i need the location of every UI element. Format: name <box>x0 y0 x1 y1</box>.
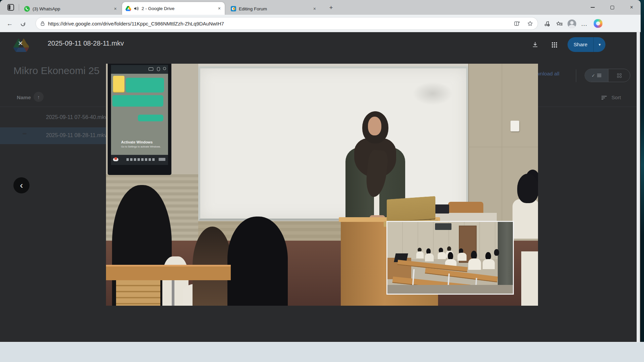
whatsapp-chat-area: Activate Windows Go to Settings to activ… <box>111 74 168 155</box>
tab-editing-forum[interactable]: Editing Forum × <box>227 3 320 15</box>
desktop: (3) WhatsApp × 2 - Google Drive × Editin… <box>0 0 644 362</box>
pip-floor <box>387 285 513 294</box>
view-toggle[interactable]: ✓ <box>585 69 630 82</box>
chat-bubble <box>112 95 163 107</box>
browser-toolbar: ← https://drive.google.com/drive/folders… <box>0 15 641 32</box>
more-actions-grid-icon[interactable] <box>549 40 559 49</box>
tab-label: (3) WhatsApp <box>33 6 60 11</box>
file-name: 2025-09-11 08-28-11.mkv <box>46 132 107 138</box>
file-name: 2025-09-11 07-56-40.mkv <box>46 114 107 120</box>
preview-filename: 2025-09-11 08-28-11.mkv <box>48 40 124 47</box>
pip-student <box>438 252 446 259</box>
tab-group-icon[interactable] <box>7 4 14 11</box>
chat-bubble <box>138 115 163 121</box>
pip-student <box>458 253 466 261</box>
tab-label: Editing Forum <box>239 6 267 11</box>
pip-ac-unit <box>435 223 451 230</box>
pip-student <box>468 258 481 270</box>
column-header-name[interactable]: Name <box>17 95 31 101</box>
tab-close-icon[interactable]: × <box>217 5 221 11</box>
new-tab-button[interactable]: + <box>327 3 335 12</box>
lock-icon <box>41 21 45 26</box>
pip-student-hijab <box>471 251 477 259</box>
grid-view-button[interactable] <box>608 69 630 82</box>
whatsapp-icon <box>24 6 30 12</box>
video-player[interactable]: Activate Windows Go to Settings to activ… <box>106 64 538 306</box>
folder-title: Mikro Ekoneomi 25 <box>13 65 100 76</box>
sort-label[interactable]: Sort <box>611 95 621 101</box>
split-screen-icon[interactable] <box>514 21 520 26</box>
pip-mirror <box>498 222 513 294</box>
back-button[interactable]: ← <box>5 19 14 28</box>
forum-favicon <box>231 6 236 11</box>
window-minimize-button[interactable] <box>585 0 600 15</box>
tab-audio-icon[interactable] <box>134 6 139 11</box>
browser-window: (3) WhatsApp × 2 - Google Drive × Editin… <box>0 0 641 342</box>
presenter-face <box>368 117 381 135</box>
pip-inset-video <box>386 221 514 295</box>
search-icon <box>163 67 166 70</box>
grid-icon <box>617 73 622 78</box>
share-label: Share <box>568 37 593 52</box>
window-maximize-button[interactable] <box>604 0 620 15</box>
favorites-bar-icon[interactable] <box>555 19 564 28</box>
foreground-desk <box>106 265 231 280</box>
drive-preview-overlay: Mikro Ekoneomi 25 Download all ✓ Name ↑ … <box>0 32 637 342</box>
tab-separator <box>19 4 19 11</box>
tab-label: 2 - Google Drive <box>142 6 174 11</box>
refresh-button[interactable] <box>19 20 27 28</box>
pip-student-hijab <box>448 252 453 260</box>
taskbar-app-icons <box>126 158 155 161</box>
activate-windows-watermark: Activate Windows <box>121 140 168 144</box>
address-bar[interactable]: https://drive.google.com/drive/folders/1… <box>36 17 538 30</box>
whiteboard-smudge <box>413 82 453 105</box>
share-dropdown[interactable]: ▾ <box>593 37 605 52</box>
share-button[interactable]: Share ▾ <box>568 37 605 52</box>
pip-student-hijab <box>485 252 491 260</box>
divider <box>576 69 576 82</box>
profile-avatar[interactable] <box>568 19 576 28</box>
tab-whatsapp[interactable]: (3) WhatsApp × <box>21 3 121 15</box>
wall-groove <box>502 64 502 231</box>
window-close-button[interactable]: × <box>624 0 639 15</box>
check-icon: ✓ <box>592 73 595 78</box>
whatsapp-header <box>111 65 168 74</box>
chat-bubble <box>126 78 164 93</box>
preview-close-button[interactable]: × <box>15 38 25 48</box>
url-text: https://drive.google.com/drive/folders/1… <box>48 21 224 26</box>
google-drive-icon <box>125 6 131 11</box>
sort-direction-icon[interactable]: ↑ <box>34 92 44 102</box>
sort-icon <box>601 96 607 100</box>
download-icon[interactable] <box>530 40 540 50</box>
projected-monitor: Activate Windows Go to Settings to activ… <box>108 64 171 175</box>
pip-student <box>483 259 495 269</box>
favorite-star-icon[interactable] <box>527 21 533 26</box>
foreground-chair-back <box>116 280 160 306</box>
scrollbar[interactable] <box>637 32 640 342</box>
copilot-icon[interactable] <box>594 19 602 28</box>
activate-windows-subtext: Go to Settings to activate Windows. <box>121 145 170 148</box>
wall-groove <box>468 147 538 147</box>
tab-close-icon[interactable]: × <box>113 6 117 12</box>
weather-sun <box>114 157 117 160</box>
settings-menu-icon[interactable]: … <box>580 19 589 28</box>
previous-file-button[interactable]: ‹ <box>13 177 30 193</box>
student-hijab <box>517 174 538 203</box>
tab-close-icon[interactable]: × <box>313 6 317 12</box>
foreground-student-hijab <box>227 217 288 306</box>
chat-sticker <box>113 76 124 92</box>
chair-leg <box>172 280 174 306</box>
student-sleeve <box>521 251 538 306</box>
list-view-button[interactable]: ✓ <box>585 69 608 82</box>
pip-student <box>425 253 434 261</box>
pip-student <box>416 251 424 258</box>
media-controls-icon[interactable] <box>543 19 551 28</box>
books-stack <box>433 204 449 214</box>
taskbar-tray <box>159 158 165 161</box>
call-icon <box>157 67 160 71</box>
taskbar: Search M365 <box>0 342 644 362</box>
projected-taskbar <box>111 155 168 165</box>
tab-strip: (3) WhatsApp × 2 - Google Drive × Editin… <box>0 0 641 15</box>
tab-google-drive[interactable]: 2 - Google Drive × <box>122 2 225 15</box>
light-switch <box>511 121 519 131</box>
